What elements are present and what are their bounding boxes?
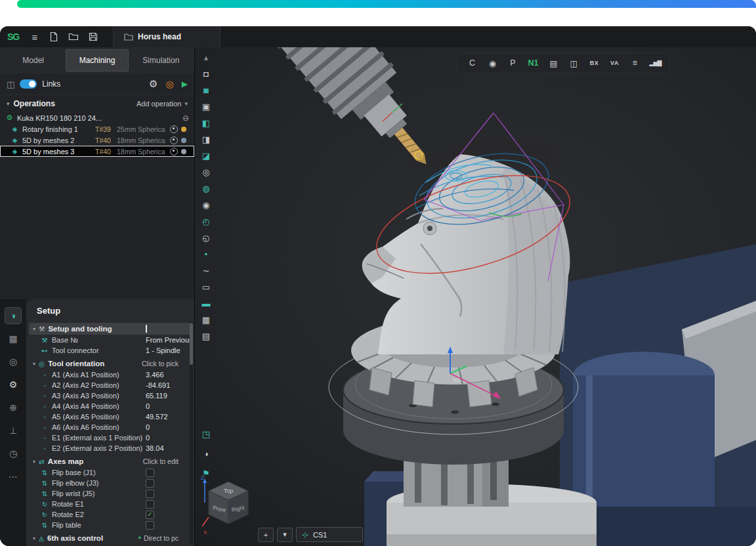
flip-wrist-checkbox[interactable] xyxy=(146,490,154,498)
rail-more-button[interactable]: ⋯ xyxy=(5,468,22,485)
axis-row-a1[interactable]: ◦A1 (Axis A1 Position)3.466 xyxy=(26,369,194,380)
param-value[interactable]: From Previous xyxy=(146,336,193,344)
op-fill-icon[interactable]: ▬ xyxy=(198,296,215,311)
flip-elbow-checkbox[interactable] xyxy=(146,479,154,488)
axis-row-a6[interactable]: ◦A6 (Axis A6 Position)0 xyxy=(26,422,194,432)
scroll-up-icon[interactable]: ▴ xyxy=(198,50,215,65)
op-finishing-icon[interactable]: ◙ xyxy=(198,83,215,98)
cs-selector[interactable]: ⊹ CS1 xyxy=(296,527,363,542)
rail-turntable-button[interactable]: ◎ xyxy=(5,353,22,370)
links-toggle[interactable] xyxy=(20,79,37,89)
tab-model[interactable]: Model xyxy=(2,49,64,72)
machine-tree-item[interactable]: ⚙ Kuka KR150 180 210 24... ⊖ xyxy=(0,112,194,123)
rail-settings-button[interactable]: ⚙ xyxy=(5,376,22,393)
op-roughing-icon[interactable]: ◘ xyxy=(198,66,215,81)
operation-row[interactable]: ◈ 5D by meshes 2 T#40 18mm Spherica xyxy=(0,135,194,146)
param-row-base[interactable]: ⚒ Base № From Previous xyxy=(26,335,194,345)
rail-transform-button[interactable]: ⊕ xyxy=(5,399,22,416)
axis-value[interactable]: 0 xyxy=(146,402,150,410)
visibility-radio[interactable] xyxy=(170,148,178,156)
statistics-icon[interactable]: ▂▅▇ xyxy=(645,60,665,66)
interpolator-icon[interactable]: ◎ xyxy=(166,79,174,89)
op-radial-icon[interactable]: ◉ xyxy=(198,198,215,213)
op-point-icon[interactable]: • xyxy=(198,247,215,262)
nc-code-icon[interactable]: C xyxy=(462,58,482,68)
project-tab[interactable]: Horus head xyxy=(113,26,220,47)
op-wave-icon[interactable]: ∼ xyxy=(198,263,215,278)
axis-value[interactable]: 0 xyxy=(146,434,150,442)
axis-row-e1[interactable]: ◦E1 (External axis 1 Position)0 xyxy=(26,432,194,443)
axis-row-a5[interactable]: ◦A5 (Axis A5 Position)49.572 xyxy=(26,411,194,422)
op-slice-icon[interactable]: ▭ xyxy=(198,280,215,295)
n1-toggle[interactable]: N1 xyxy=(523,58,543,68)
rotate-e1-checkbox[interactable] xyxy=(146,500,154,509)
axis-value[interactable]: 49.572 xyxy=(146,413,168,421)
op-morph-icon[interactable]: ◍ xyxy=(198,181,215,196)
operation-row[interactable]: ◈ Rotary finishing 1 T#39 25mm Spherica xyxy=(0,123,194,135)
flip-table-checkbox[interactable] xyxy=(146,521,154,530)
op-spiral-icon[interactable]: ◴ xyxy=(198,214,215,229)
visibility-radio[interactable] xyxy=(170,125,178,133)
new-file-button[interactable] xyxy=(49,32,60,42)
op-plane-icon[interactable]: ▣ xyxy=(198,99,215,114)
fit-view-icon[interactable]: ◳ xyxy=(198,427,215,442)
axis-row-a4[interactable]: ◦A4 (Axis A4 Position)0 xyxy=(26,401,194,411)
add-cs-button[interactable]: + xyxy=(258,528,274,542)
op-mesh-icon[interactable]: ▦ xyxy=(198,312,215,327)
flag-row-rotate-e1: ↻Rotate E1 xyxy=(26,499,194,509)
operation-row-selected[interactable]: ◈ 5D by meshes 3 T#40 18mm Spherica xyxy=(0,146,194,157)
layers-icon[interactable]: ≡ xyxy=(625,58,645,68)
settings-gear-icon[interactable]: ⚙ xyxy=(149,78,158,90)
rail-workpiece-button[interactable]: ◑ xyxy=(5,307,22,324)
axis-value[interactable]: 38.04 xyxy=(146,444,164,452)
section-sixth-axis[interactable]: ▾ ◬ 6th axis control Direct to pc xyxy=(29,532,192,544)
collapse-icon[interactable]: ⊖ xyxy=(182,114,189,123)
section-action[interactable]: Click to pick xyxy=(142,360,188,368)
visibility-radio[interactable] xyxy=(170,136,178,144)
section-tool-orientation[interactable]: ▾ ◎ Tool orientation Click to pick xyxy=(29,358,192,369)
tab-machining[interactable]: Machining xyxy=(66,49,128,72)
viewport-3d[interactable]: N1 xyxy=(195,47,756,546)
simulation-target-icon[interactable]: ◉ xyxy=(482,58,503,68)
axis-value[interactable]: 0 xyxy=(146,423,150,431)
axis-row-a2[interactable]: ◦A2 (Axis A2 Position)-84.691 xyxy=(26,380,194,390)
rail-time-button[interactable]: ◷ xyxy=(5,445,22,462)
program-icon[interactable]: P xyxy=(503,58,523,68)
document-icon[interactable]: ▤ xyxy=(543,58,564,68)
axis-value[interactable]: 65.119 xyxy=(146,392,167,400)
op-layers-icon[interactable]: ▤ xyxy=(198,329,215,344)
param-row-tool-connector[interactable]: ⊷ Tool connector 1 - Spindle xyxy=(26,345,194,356)
op-drill-icon[interactable]: ◨ xyxy=(198,132,215,147)
save-button[interactable] xyxy=(88,32,100,42)
axis-value[interactable]: 3.466 xyxy=(146,371,164,379)
op-contour-icon[interactable]: ◵ xyxy=(198,230,215,245)
axis-row-a3[interactable]: ◦A3 (Axis A3 Position)65.119 xyxy=(26,390,194,401)
rail-measure-button[interactable]: ⊥ xyxy=(5,422,22,439)
op-rotary-icon[interactable]: ◎ xyxy=(198,165,215,180)
rail-machine-button[interactable]: ▦ xyxy=(5,330,22,347)
section-value[interactable]: Direct to pc xyxy=(138,534,188,543)
op-mill-icon[interactable]: ◪ xyxy=(198,148,215,163)
va-variables-icon[interactable]: VA xyxy=(604,60,625,66)
shading-icon[interactable]: ◑ xyxy=(198,446,215,461)
setup-scrollbar-thumb[interactable] xyxy=(190,323,193,365)
flip-base-checkbox[interactable] xyxy=(146,469,154,477)
cs-dropdown-caret[interactable]: ▾ xyxy=(277,528,293,542)
open-file-button[interactable] xyxy=(68,32,80,42)
run-simulation-icon[interactable]: ▶ xyxy=(182,79,188,89)
chevron-down-icon[interactable]: ▾ xyxy=(7,100,10,107)
rotate-e2-checkbox[interactable] xyxy=(146,511,154,519)
tool-table-icon[interactable]: ◫ xyxy=(564,58,584,68)
view-cube[interactable]: Top Front Right Z X xyxy=(200,474,257,537)
tab-simulation[interactable]: Simulation xyxy=(130,49,192,72)
axis-value[interactable]: -84.691 xyxy=(146,381,170,389)
main-menu-button[interactable]: ≡ xyxy=(29,32,41,43)
section-action[interactable]: Click to edit xyxy=(143,457,188,465)
bx-matrix-icon[interactable]: BX xyxy=(584,60,604,66)
section-axes-map[interactable]: ▾ ⇄ Axes map Click to edit xyxy=(29,455,192,467)
add-operation-button[interactable]: Add operation ▾ xyxy=(136,100,188,108)
op-pocket-icon[interactable]: ◧ xyxy=(198,116,215,131)
axis-row-e2[interactable]: ◦E2 (External axis 2 Position)38.04 xyxy=(26,443,194,453)
section-setup-and-tooling[interactable]: ▾ ⚒ Setup and tooling xyxy=(29,323,192,335)
param-value[interactable]: 1 - Spindle xyxy=(146,346,180,354)
